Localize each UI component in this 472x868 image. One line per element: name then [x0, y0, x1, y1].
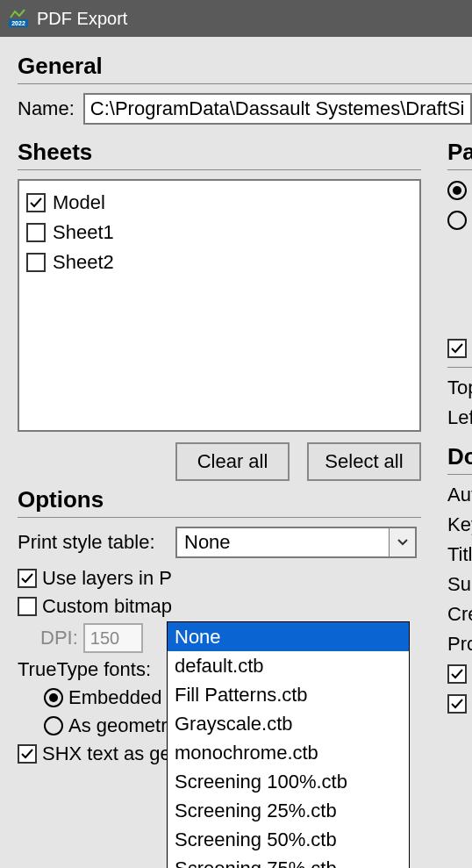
- margin-top-label: Top:: [447, 377, 472, 399]
- clear-all-button[interactable]: Clear all: [175, 442, 290, 481]
- dropdown-option[interactable]: default.ctb: [168, 651, 409, 680]
- dropdown-option[interactable]: monochrome.ctb: [168, 738, 409, 767]
- sa1-checkbox[interactable]: [447, 664, 467, 684]
- chevron-down-icon[interactable]: [389, 528, 415, 556]
- dropdown-option[interactable]: Screening 100%.ctb: [168, 767, 409, 796]
- name-input[interactable]: [83, 93, 472, 125]
- svg-text:2022: 2022: [11, 20, 25, 26]
- divider: [447, 474, 472, 475]
- divider: [447, 169, 472, 170]
- use-layers-checkbox[interactable]: [18, 569, 37, 588]
- subject-label: Subje: [447, 573, 472, 596]
- checkbox[interactable]: [26, 253, 46, 272]
- dropdown-option[interactable]: Fill Patterns.ctb: [168, 680, 409, 709]
- use-layers-label: Use layers in P: [42, 567, 172, 590]
- list-item-label: Sheet1: [53, 221, 114, 244]
- divider: [18, 517, 421, 518]
- print-style-combo[interactable]: None: [175, 527, 417, 558]
- section-paper-heading: Pape: [447, 139, 472, 166]
- divider: [447, 367, 472, 368]
- divider: [18, 169, 421, 170]
- custom-bitmap-label: Custom bitmap: [42, 595, 172, 618]
- custom-bitmap-checkbox[interactable]: [18, 597, 37, 616]
- print-style-value: None: [177, 531, 389, 554]
- list-item[interactable]: Model: [26, 188, 412, 218]
- list-item-label: Sheet2: [53, 251, 114, 274]
- window-title: PDF Export: [37, 9, 127, 29]
- pdf-export-window: 2022 PDF Export General Name: Sheets: [0, 0, 472, 868]
- app-icon: 2022: [7, 7, 30, 30]
- margin-left-label: Left:: [447, 406, 472, 429]
- sa2-checkbox[interactable]: [447, 694, 467, 714]
- author-label: Autho: [447, 484, 472, 506]
- dropdown-option[interactable]: None: [168, 622, 409, 651]
- print-style-dropdown[interactable]: Nonedefault.ctbFill Patterns.ctbGrayscal…: [167, 621, 410, 868]
- tt-embedded-radio[interactable]: [44, 688, 63, 707]
- dropdown-option[interactable]: Screening 50%.ctb: [168, 825, 409, 854]
- margins-checkbox[interactable]: [447, 339, 467, 358]
- dialog-body: General Name: Sheets Model: [0, 37, 472, 868]
- divider: [18, 83, 472, 84]
- print-style-label: Print style table:: [18, 531, 167, 554]
- section-sheets-heading: Sheets: [18, 139, 421, 166]
- checkbox[interactable]: [26, 223, 46, 242]
- name-label: Name:: [18, 97, 75, 120]
- select-all-button[interactable]: Select all: [307, 442, 421, 481]
- shx-checkbox[interactable]: [18, 744, 37, 764]
- list-item-label: Model: [53, 191, 105, 214]
- section-general-heading: General: [18, 53, 472, 80]
- titlebar: 2022 PDF Export: [0, 0, 472, 37]
- dpi-input: [83, 623, 143, 653]
- section-doc-heading: Docu: [447, 443, 472, 470]
- checkbox[interactable]: [26, 193, 46, 212]
- dpi-label: DPI:: [40, 627, 78, 649]
- list-item[interactable]: Sheet2: [26, 247, 412, 277]
- creator-label: Creato: [447, 603, 472, 626]
- paper-custom-radio[interactable]: [447, 211, 467, 230]
- tt-geometry-label: As geometry: [68, 714, 177, 737]
- paper-standard-radio[interactable]: [447, 181, 467, 200]
- list-item[interactable]: Sheet1: [26, 218, 412, 247]
- section-options-heading: Options: [18, 486, 421, 513]
- truetype-fonts-label: TrueType fonts:: [18, 658, 151, 681]
- dropdown-option[interactable]: Screening 25%.ctb: [168, 796, 409, 825]
- tt-geometry-radio[interactable]: [44, 716, 63, 735]
- tt-embedded-label: Embedded: [68, 686, 161, 709]
- dropdown-option[interactable]: Screening 75%.ctb: [168, 854, 409, 868]
- sheets-listbox[interactable]: Model Sheet1 Sheet2: [18, 179, 421, 432]
- producer-label: Produ: [447, 633, 472, 656]
- keywords-label: Keywo: [447, 513, 472, 536]
- dropdown-option[interactable]: Grayscale.ctb: [168, 709, 409, 738]
- title-label: Title:: [447, 543, 472, 566]
